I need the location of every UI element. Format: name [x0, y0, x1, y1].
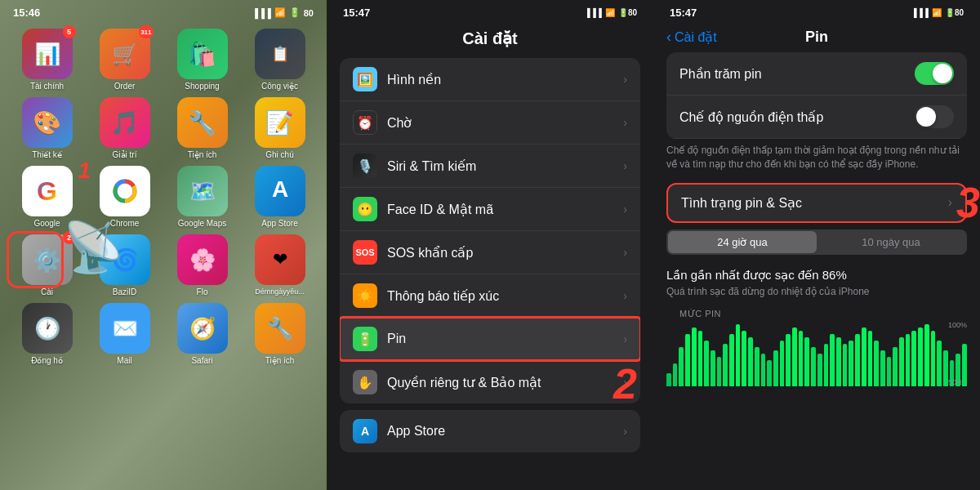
- toggle-phan-tram[interactable]: [915, 62, 954, 85]
- tab-24h[interactable]: 24 giờ qua: [668, 231, 817, 253]
- label-chrome: Chrome: [110, 219, 140, 228]
- app-google[interactable]: G Google 1: [10, 166, 84, 228]
- status-icons-2: ▐▐▐ 📶 🔋80: [585, 8, 637, 17]
- back-chevron-icon: ‹: [666, 29, 671, 46]
- settings-section-main: 🖼️ Hình nền › ⏰ Chờ › 🎙️ Siri & Tìm kiếm…: [340, 58, 640, 403]
- app-giai-tri[interactable]: 🎵 Giải trí: [87, 97, 162, 159]
- signal-icon: ▐▐▐: [252, 8, 270, 18]
- bar-34: [880, 350, 885, 386]
- app-maps[interactable]: 🗺️ Google Maps: [165, 166, 239, 228]
- row-app-store[interactable]: A App Store ›: [340, 410, 640, 452]
- chevron-face-id: ›: [623, 203, 627, 216]
- row-face-id[interactable]: 😶 Face ID & Mật mã ›: [340, 188, 640, 231]
- row-hinh-nen[interactable]: 🖼️ Hình nền ›: [340, 58, 640, 101]
- bar-32: [868, 331, 873, 386]
- time-3: 15:47: [670, 7, 697, 19]
- icon-thong-bao: ☀️: [353, 283, 377, 308]
- label-cho: Chờ: [387, 115, 623, 131]
- app-icon-tai-chinh: 📊 5: [22, 29, 73, 79]
- app-thiet-ke[interactable]: 🎨 Thiết kế: [10, 97, 84, 159]
- app-tien-ich-2[interactable]: 🔧 Tiện ích: [243, 303, 317, 365]
- row-che-do[interactable]: Chế độ nguồn điện thấp: [666, 96, 967, 139]
- battery-info: Lần gần nhất được sạc đến 86% Quá trình …: [653, 261, 980, 304]
- app-icon-dong-ho: 🕐: [22, 303, 73, 354]
- bar-5: [698, 331, 703, 386]
- bar-21: [799, 331, 804, 386]
- app-icon-365: ❤: [255, 234, 305, 285]
- label-pin: Pin: [387, 332, 623, 346]
- signal-icon-2: ▐▐▐: [585, 8, 602, 17]
- row-sos[interactable]: SOS SOS khẩn cấp ›: [340, 231, 640, 274]
- icon-hinh-nen: 🖼️: [353, 67, 377, 91]
- bar-7: [710, 350, 715, 386]
- row-cho[interactable]: ⏰ Chờ ›: [340, 101, 640, 145]
- app-icon-safari: 🧭: [177, 303, 228, 354]
- tab-10d[interactable]: 10 ngày qua: [817, 231, 965, 253]
- bar-3: [685, 334, 690, 386]
- badge-tai-chinh: 5: [63, 25, 76, 38]
- bar-23: [811, 347, 816, 386]
- bar-39: [911, 331, 916, 386]
- app-ghi-chu[interactable]: 📝 Ghi chú: [243, 97, 317, 159]
- app-tien-ich-1[interactable]: 🔧 Tiện ích: [165, 97, 239, 159]
- row-quyen-rieng-tu[interactable]: ✋ Quyền riêng tư & Bảo mật ›: [340, 361, 640, 403]
- app-cai-dat[interactable]: ⚙️ 2 Cài: [10, 234, 84, 296]
- bar-22: [804, 337, 809, 386]
- app-icon-app-store: A: [255, 166, 305, 216]
- app-grid: 📊 5 Tài chính 🛒 311 Order 🛍️ Shopping 📋 …: [0, 22, 327, 372]
- battery-toggle-section: Phần trăm pin Chế độ nguồn điện thấp: [666, 52, 967, 139]
- label-che-do: Chế độ nguồn điện thấp: [679, 109, 823, 125]
- app-shopping[interactable]: 🛍️ Shopping: [165, 29, 239, 91]
- bar-27: [836, 337, 841, 386]
- chart-y-labels: 100% 50%: [948, 321, 967, 386]
- app-order[interactable]: 🛒 311 Order: [87, 29, 162, 91]
- app-flo[interactable]: 🌸 Flo: [165, 234, 239, 296]
- tab-selector: 24 giờ qua 10 ngày qua: [666, 229, 967, 255]
- chevron-siri: ›: [623, 159, 627, 172]
- label-thong-bao: Thông báo tiếp xúc: [387, 288, 623, 304]
- battery-description: Chế độ nguồn điện thấp tạm thời giảm hoạ…: [653, 139, 980, 180]
- row-pin[interactable]: 🔋 Pin ›: [340, 318, 640, 361]
- pin-title: Pin: [805, 29, 828, 46]
- tab-10d-label: 10 ngày qua: [862, 236, 920, 248]
- battery-status-container: Tình trạng pin & Sạc › 3: [653, 183, 980, 223]
- label-mail: Mail: [117, 356, 131, 365]
- row-phan-tram[interactable]: Phần trăm pin: [666, 52, 967, 96]
- row-tinh-trang[interactable]: Tình trạng pin & Sạc ›: [668, 185, 965, 221]
- battery-row-right: ›: [948, 195, 952, 210]
- step-1-number: 1: [78, 158, 91, 184]
- label-dong-ho: Đồng hồ: [31, 356, 63, 365]
- app-icon-flo: 🌸: [177, 234, 228, 285]
- app-safari[interactable]: 🧭 Safari: [165, 303, 239, 365]
- chart-area: MỨC PIN 100% 50%: [653, 304, 980, 390]
- row-thong-bao[interactable]: ☀️ Thông báo tiếp xúc ›: [340, 274, 640, 318]
- app-bazi-id[interactable]: 🌀 BaziID 📡: [87, 234, 162, 296]
- app-app-store[interactable]: A App Store: [243, 166, 317, 228]
- back-button[interactable]: ‹ Cài đặt: [666, 29, 717, 46]
- battery-percent-1: 80: [304, 8, 314, 18]
- bar-28: [843, 344, 848, 386]
- toggle-che-do[interactable]: [915, 105, 954, 128]
- settings-section-apps: A App Store ›: [340, 410, 640, 452]
- signal-icon-3: ▐▐▐: [911, 8, 929, 17]
- app-icon-cai-dat: ⚙️ 2: [22, 234, 73, 285]
- label-ghi-chu: Ghi chú: [265, 150, 293, 159]
- label-shopping: Shopping: [185, 82, 219, 91]
- app-365[interactable]: ❤ Démngàyyêu...: [243, 234, 317, 296]
- bar-35: [887, 357, 892, 386]
- bar-26: [830, 334, 835, 386]
- battery-info-sub: Quá trình sạc đã dừng do nhiệt độ của iP…: [666, 286, 967, 297]
- label-app-store-row: App Store: [387, 424, 623, 439]
- bar-43: [937, 341, 942, 386]
- app-cong-viec[interactable]: 📋 Công việc: [243, 29, 317, 91]
- label-safari: Safari: [191, 356, 212, 365]
- app-mail[interactable]: ✉️ Mail: [87, 303, 162, 365]
- app-chrome[interactable]: Chrome: [87, 166, 162, 228]
- bar-9: [723, 344, 728, 386]
- label-google: Google: [33, 219, 60, 228]
- row-siri[interactable]: 🎙️ Siri & Tìm kiếm ›: [340, 145, 640, 188]
- badge-cai-dat: 2: [63, 231, 76, 244]
- app-dong-ho[interactable]: 🕐 Đồng hồ: [10, 303, 84, 365]
- step-3-label: 3: [956, 181, 980, 224]
- app-tai-chinh[interactable]: 📊 5 Tài chính: [10, 29, 84, 91]
